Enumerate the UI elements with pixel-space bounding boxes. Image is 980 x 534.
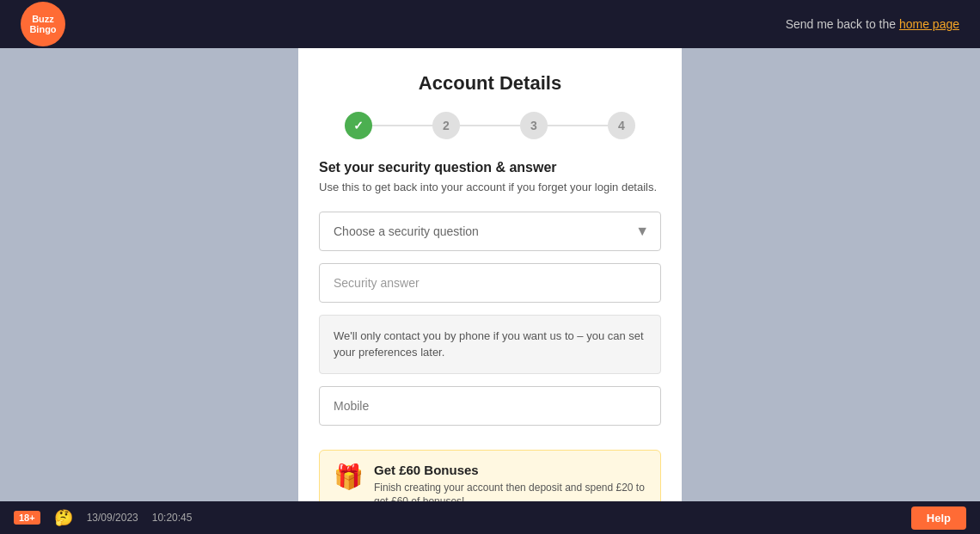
security-question-select[interactable]: Choose a security question bbox=[319, 212, 661, 251]
step-1-label: ✓ bbox=[353, 119, 364, 132]
header-nav: Send me back to the home page bbox=[786, 17, 959, 31]
step-3-label: 3 bbox=[530, 119, 537, 132]
bonus-title: Get £60 Bonuses bbox=[374, 463, 646, 477]
progress-steps: ✓ 2 3 4 bbox=[319, 112, 661, 139]
section-subtitle: Use this to get back into your account i… bbox=[319, 179, 661, 196]
step-1: ✓ bbox=[345, 112, 372, 139]
footer-time: 10:20:45 bbox=[152, 512, 193, 524]
age-badge: 18+ bbox=[14, 511, 40, 525]
logo: Buzz Bingo bbox=[21, 2, 65, 46]
gift-icon: 🎁 bbox=[334, 463, 364, 491]
section-title: Set your security question & answer bbox=[319, 160, 661, 175]
page-title: Account Details bbox=[319, 72, 661, 95]
mobile-group bbox=[319, 386, 661, 438]
phone-info-box: We'll only contact you by phone if you w… bbox=[319, 315, 661, 374]
step-2: 2 bbox=[432, 112, 460, 139]
awareness-icon: 🤔 bbox=[54, 508, 73, 527]
footer: 18+ 🤔 13/09/2023 10:20:45 Help bbox=[0, 501, 980, 534]
header-nav-text: Send me back to the bbox=[786, 17, 899, 31]
step-3: 3 bbox=[520, 112, 548, 139]
home-page-link[interactable]: home page bbox=[899, 17, 959, 31]
security-question-group: Choose a security question ▼ bbox=[319, 212, 661, 251]
header: Buzz Bingo Send me back to the home page bbox=[0, 0, 980, 48]
footer-right: Help bbox=[911, 506, 966, 530]
logo-image: Buzz Bingo bbox=[21, 2, 65, 46]
phone-info-text: We'll only contact you by phone if you w… bbox=[334, 329, 644, 359]
step-2-label: 2 bbox=[443, 119, 450, 132]
mobile-input[interactable] bbox=[319, 386, 661, 426]
step-line-3 bbox=[548, 125, 608, 126]
step-line-1 bbox=[372, 125, 432, 126]
security-answer-group bbox=[319, 263, 661, 303]
step-4-label: 4 bbox=[618, 119, 625, 132]
help-button[interactable]: Help bbox=[911, 506, 966, 530]
step-line-2 bbox=[460, 125, 520, 126]
footer-date: 13/09/2023 bbox=[87, 512, 138, 524]
content-panel: Account Details ✓ 2 3 4 Set your securit… bbox=[298, 48, 682, 534]
security-answer-input[interactable] bbox=[319, 263, 661, 303]
step-4: 4 bbox=[608, 112, 635, 139]
